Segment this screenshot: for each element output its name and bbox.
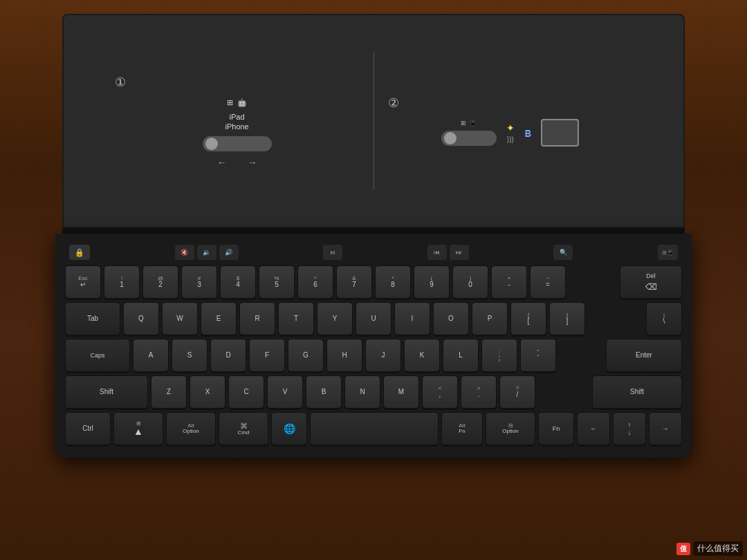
key-shift-left[interactable]: Shift: [65, 375, 148, 409]
key-z[interactable]: Z: [151, 375, 187, 409]
key-e[interactable]: E: [201, 302, 237, 335]
backspace-icon: ⌫: [645, 282, 657, 292]
vol-mute-key[interactable]: 🔇: [175, 245, 194, 260]
key-h[interactable]: H: [326, 339, 362, 372]
key-i[interactable]: I: [394, 302, 430, 335]
key-option-right[interactable]: ⊟ Option: [486, 412, 535, 445]
switch-diagram: ⊞ 🤖 iPad iPhone ← →: [203, 98, 272, 168]
key-slash[interactable]: ?/: [499, 375, 535, 409]
key-equals[interactable]: ~=: [530, 265, 566, 299]
key-ctrl[interactable]: Ctrl: [65, 412, 111, 445]
key-4[interactable]: $4: [220, 265, 256, 299]
key-shift-right[interactable]: Shift: [592, 375, 682, 409]
lock-key[interactable]: 🔒: [69, 245, 90, 260]
flash-icon: ✦: [506, 122, 515, 133]
key-7[interactable]: &7: [336, 265, 372, 299]
vol-down-key[interactable]: 🔉: [197, 245, 216, 260]
watermark-icon: 值: [676, 543, 690, 555]
key-2[interactable]: @2: [142, 265, 178, 299]
key-u[interactable]: U: [356, 302, 391, 335]
key-space[interactable]: [310, 412, 439, 445]
prev-track-key[interactable]: ⏮: [427, 245, 447, 260]
key-m[interactable]: M: [383, 375, 419, 409]
key-c[interactable]: C: [228, 375, 264, 409]
key-3[interactable]: #3: [181, 265, 217, 299]
key-escape[interactable]: Esc ↵: [65, 265, 101, 299]
home-row: Caps A S D F G H J K L :; "' Enter: [65, 339, 682, 372]
search-key[interactable]: 🔍: [553, 245, 573, 260]
key-g[interactable]: G: [288, 339, 324, 372]
vol-up-key[interactable]: 🔊: [219, 245, 239, 260]
key-t[interactable]: T: [278, 302, 314, 335]
key-o[interactable]: O: [433, 302, 469, 335]
key-w[interactable]: W: [162, 302, 198, 335]
key-delete[interactable]: Del ⌫: [620, 265, 682, 299]
key-r[interactable]: R: [239, 302, 275, 335]
play-pause-key[interactable]: ⏯: [323, 245, 342, 260]
iphone-label: iPhone: [225, 122, 248, 131]
right-arrow-icon: →: [248, 157, 257, 168]
key-f[interactable]: F: [249, 339, 285, 372]
os-icons: ⊞ 🤖: [227, 98, 247, 107]
windows-icon: ⊞: [227, 98, 233, 107]
key-cmd[interactable]: ⌘ Cmd: [219, 412, 268, 445]
key-v[interactable]: V: [267, 375, 303, 409]
key-left-bracket[interactable]: {[: [510, 302, 546, 335]
mode-switch-key[interactable]: ⊞📱: [658, 245, 678, 260]
key-y[interactable]: Y: [317, 302, 353, 335]
key-9[interactable]: (9: [414, 265, 450, 299]
key-6[interactable]: ^6: [297, 265, 333, 299]
key-s[interactable]: S: [172, 339, 208, 372]
key-8[interactable]: *8: [375, 265, 411, 299]
key-right-bracket[interactable]: }]: [549, 302, 585, 335]
bt-broadcast-icon: ))): [507, 136, 514, 143]
key-q[interactable]: Q: [123, 302, 159, 335]
switch-knob: [205, 138, 218, 150]
key-win-home[interactable]: ⊞ ▲: [113, 412, 163, 445]
key-j[interactable]: J: [365, 339, 401, 372]
key-caps-lock[interactable]: Caps: [65, 339, 130, 372]
key-alt-fn[interactable]: Alt Fn: [441, 412, 483, 445]
key-period[interactable]: >.: [461, 375, 497, 409]
ipad-label: iPad: [230, 113, 245, 121]
key-l[interactable]: L: [443, 339, 479, 372]
switch-bar-2: [441, 131, 497, 146]
key-0[interactable]: )0: [452, 265, 488, 299]
next-track-key[interactable]: ⏭: [450, 245, 469, 260]
switch-bar: [203, 136, 272, 151]
left-arrow-icon: ←: [217, 157, 227, 168]
key-globe[interactable]: 🌐: [271, 412, 307, 445]
tablet-icon: [541, 119, 579, 147]
key-d[interactable]: D: [210, 339, 246, 372]
qwerty-row: Tab Q W E R T Y U I O P {[ }] |\: [65, 302, 682, 335]
key-k[interactable]: K: [404, 339, 440, 372]
key-enter[interactable]: Enter: [606, 339, 682, 372]
step1-number: ①: [115, 75, 126, 90]
os-labels: iPad iPhone: [225, 113, 248, 131]
key-semicolon[interactable]: :;: [481, 339, 517, 372]
device-container: ① ⊞ 🤖 iPad iPhone ← →: [42, 14, 706, 458]
instruction-step-2: ② ⊞ 📱 ✦ ))) ʙ: [374, 95, 647, 147]
bt-pairing-arrows: ✦ ))): [506, 122, 515, 143]
keyboard-rows: Esc ↵ !1 @2 #3 $4 %5 ^6 &7 *8 (9 )0 +- ~…: [64, 265, 683, 445]
function-bar: 🔒 🔇 🔉 🔊 ⏯ ⏮ ⏭ 🔍 ⊞📱: [64, 242, 683, 265]
windows-icon-2: ⊞: [461, 120, 466, 127]
key-fn[interactable]: Fn: [538, 412, 574, 445]
key-n[interactable]: N: [344, 375, 380, 409]
key-comma[interactable]: <,: [422, 375, 458, 409]
bottom-row: Ctrl ⊞ ▲ Alt Option ⌘ Cmd 🌐 Alt Fn: [65, 412, 682, 445]
key-p[interactable]: P: [472, 302, 508, 335]
key-quote[interactable]: "': [520, 339, 556, 372]
key-right-arrow[interactable]: →: [649, 412, 682, 445]
key-5[interactable]: %5: [259, 265, 295, 299]
key-b[interactable]: B: [306, 375, 342, 409]
key-left-arrow[interactable]: ←: [577, 412, 610, 445]
key-up-down-arrows[interactable]: ↑ ↓: [613, 412, 646, 445]
key-minus[interactable]: +-: [491, 265, 527, 299]
key-tab[interactable]: Tab: [65, 302, 120, 335]
key-1[interactable]: !1: [104, 265, 140, 299]
key-x[interactable]: X: [190, 375, 225, 409]
key-a[interactable]: A: [133, 339, 169, 372]
key-backslash[interactable]: |\: [646, 302, 682, 335]
key-alt-option[interactable]: Alt Option: [166, 412, 216, 445]
